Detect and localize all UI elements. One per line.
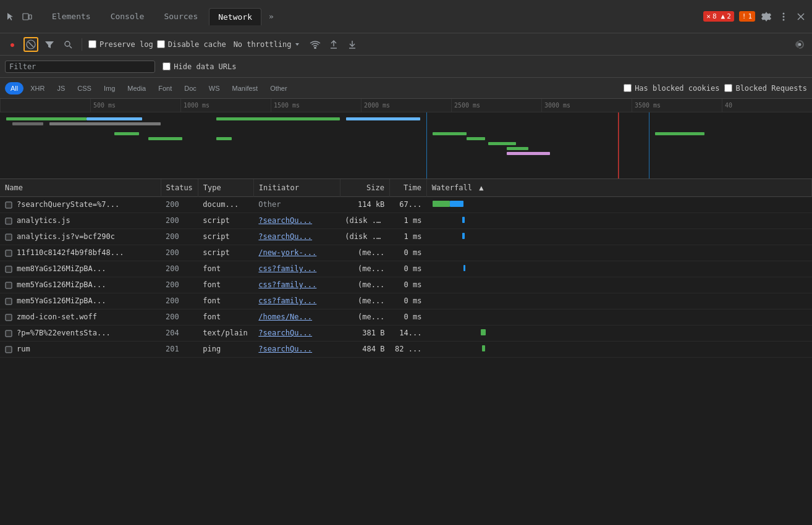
col-header-name[interactable]: Name xyxy=(0,179,161,196)
tab-elements[interactable]: Elements xyxy=(43,8,99,25)
initiator-link[interactable]: /new-york-... xyxy=(258,248,316,257)
type-btn-css[interactable]: CSS xyxy=(72,82,97,94)
svg-rect-24 xyxy=(6,314,12,321)
has-blocked-cookies-checkbox[interactable]: Has blocked cookies xyxy=(624,84,719,93)
tab-sources[interactable]: Sources xyxy=(155,8,206,25)
wifi-icon[interactable] xyxy=(308,37,323,52)
type-btn-img[interactable]: Img xyxy=(98,82,121,94)
cell-size: 484 B xyxy=(340,341,389,357)
type-btn-font[interactable]: Font xyxy=(153,82,177,94)
type-btn-js[interactable]: JS xyxy=(51,82,70,94)
blocked-requests-checkbox[interactable]: Blocked Requests xyxy=(724,84,807,93)
filter-toggle-button[interactable] xyxy=(42,37,57,52)
cell-name[interactable]: mem5YaGs126MiZpBA... xyxy=(0,293,161,309)
col-header-initiator[interactable]: Initiator xyxy=(253,179,340,196)
cell-waterfall xyxy=(426,293,811,309)
close-icon[interactable] xyxy=(795,10,807,23)
cell-name[interactable]: rum xyxy=(0,341,161,357)
tab-more[interactable]: » xyxy=(264,8,279,25)
type-btn-manifest[interactable]: Manifest xyxy=(227,82,264,94)
hide-data-urls-input[interactable] xyxy=(163,62,171,70)
hide-data-urls-checkbox[interactable]: Hide data URLs xyxy=(163,62,236,71)
network-settings-icon[interactable] xyxy=(792,37,807,52)
error-badge[interactable]: ✕ 8 ▲ 2 xyxy=(703,11,734,22)
timeline-canvas[interactable] xyxy=(0,112,812,179)
preserve-log-checkbox[interactable]: Preserve log xyxy=(88,40,153,49)
blocked-requests-input[interactable] xyxy=(724,84,732,92)
col-header-waterfall[interactable]: Waterfall ▲ xyxy=(426,179,811,196)
type-btn-all[interactable]: All xyxy=(5,82,23,94)
table-row[interactable]: zmod-icon-set.woff200font/homes/Ne...(me… xyxy=(0,309,812,325)
table-row[interactable]: mem5YaGs126MiZpBA...200fontcss?family...… xyxy=(0,277,812,293)
search-button[interactable] xyxy=(61,37,75,52)
cell-initiator[interactable]: css?family... xyxy=(253,293,340,309)
cell-initiator[interactable]: ?searchQu... xyxy=(253,212,340,229)
filter-input[interactable] xyxy=(40,62,151,71)
cell-name[interactable]: mem8YaGs126MiZpBA... xyxy=(0,261,161,277)
info-badge[interactable]: ! 1 xyxy=(739,11,755,22)
cell-name[interactable]: ?searchQueryState=%7... xyxy=(0,196,161,212)
type-btn-doc[interactable]: Doc xyxy=(179,82,202,94)
table-row[interactable]: rum201ping?searchQu...484 B82 ... xyxy=(0,341,812,357)
initiator-link[interactable]: css?family... xyxy=(258,296,316,305)
cell-name[interactable]: ?p=%7B%22eventsSta... xyxy=(0,325,161,341)
filter-input-wrap[interactable]: Filter xyxy=(5,61,155,73)
cell-initiator[interactable]: ?searchQu... xyxy=(253,341,340,357)
type-btn-ws[interactable]: WS xyxy=(203,82,226,94)
cell-initiator[interactable]: /homes/Ne... xyxy=(253,309,340,325)
cell-time: 0 ms xyxy=(389,309,426,325)
cell-name[interactable]: analytics.js?v=bcf290c xyxy=(0,229,161,245)
col-header-type[interactable]: Type xyxy=(198,179,253,196)
preserve-log-input[interactable] xyxy=(88,40,96,48)
table-row[interactable]: ?p=%7B%22eventsSta...204text/plain?searc… xyxy=(0,325,812,341)
tab-console[interactable]: Console xyxy=(102,8,153,25)
initiator-link[interactable]: /homes/Ne... xyxy=(258,313,312,321)
settings-icon[interactable] xyxy=(760,10,772,23)
col-header-size[interactable]: Size xyxy=(340,179,389,196)
cell-initiator[interactable]: css?family... xyxy=(253,277,340,293)
cell-initiator[interactable]: /new-york-... xyxy=(253,245,340,261)
throttle-dropdown[interactable]: No throttling xyxy=(230,39,304,50)
cell-name[interactable]: analytics.js xyxy=(0,212,161,229)
record-button[interactable]: ● xyxy=(5,37,20,52)
cell-name[interactable]: mem5YaGs126MiZpBA... xyxy=(0,277,161,293)
table-row[interactable]: mem5YaGs126MiZpBA...200fontcss?family...… xyxy=(0,293,812,309)
col-header-time[interactable]: Time xyxy=(389,179,426,196)
clear-button[interactable] xyxy=(23,37,38,52)
type-btn-media[interactable]: Media xyxy=(122,82,151,94)
disable-cache-checkbox[interactable]: Disable cache xyxy=(157,40,226,49)
disable-cache-input[interactable] xyxy=(157,40,165,48)
disable-cache-label: Disable cache xyxy=(168,40,226,49)
more-menu-icon[interactable] xyxy=(777,10,790,23)
upload-icon[interactable] xyxy=(326,37,341,52)
cell-initiator[interactable]: css?family... xyxy=(253,261,340,277)
cell-initiator[interactable]: ?searchQu... xyxy=(253,325,340,341)
initiator-link[interactable]: ?searchQu... xyxy=(258,216,312,225)
svg-line-10 xyxy=(70,46,72,48)
table-row[interactable]: 11f110c8142f4b9f8bf48...200script/new-yo… xyxy=(0,245,812,261)
table-row[interactable]: analytics.js200script?searchQu...(disk .… xyxy=(0,212,812,229)
type-btn-other[interactable]: Other xyxy=(264,82,293,94)
table-row[interactable]: ?searchQueryState=%7...200docum...Other1… xyxy=(0,196,812,212)
waterfall-mini-bars xyxy=(431,312,505,321)
initiator-link[interactable]: css?family... xyxy=(258,280,316,289)
table-row[interactable]: analytics.js?v=bcf290c200script?searchQu… xyxy=(0,229,812,245)
svg-rect-22 xyxy=(6,282,12,288)
device-toggle-icon[interactable] xyxy=(21,10,33,23)
cell-initiator[interactable]: ?searchQu... xyxy=(253,229,340,245)
table-row[interactable]: mem8YaGs126MiZpBA...200fontcss?family...… xyxy=(0,261,812,277)
cell-name[interactable]: 11f110c8142f4b9f8bf48... xyxy=(0,245,161,261)
tab-network[interactable]: Network xyxy=(209,8,261,25)
initiator-link[interactable]: ?searchQu... xyxy=(258,232,312,241)
cell-name[interactable]: zmod-icon-set.woff xyxy=(0,309,161,325)
initiator-link[interactable]: ?searchQu... xyxy=(258,345,312,353)
initiator-link[interactable]: css?family... xyxy=(258,264,316,273)
initiator-link[interactable]: ?searchQu... xyxy=(258,329,312,337)
svg-point-2 xyxy=(783,12,785,14)
timeline-ruler: 500 ms 1000 ms 1500 ms 2000 ms 2500 ms 3… xyxy=(0,99,812,112)
col-header-status[interactable]: Status xyxy=(161,179,198,196)
cursor-icon[interactable] xyxy=(5,10,17,23)
type-btn-xhr[interactable]: XHR xyxy=(25,82,50,94)
has-blocked-cookies-input[interactable] xyxy=(624,84,632,92)
download-icon[interactable] xyxy=(345,37,360,52)
